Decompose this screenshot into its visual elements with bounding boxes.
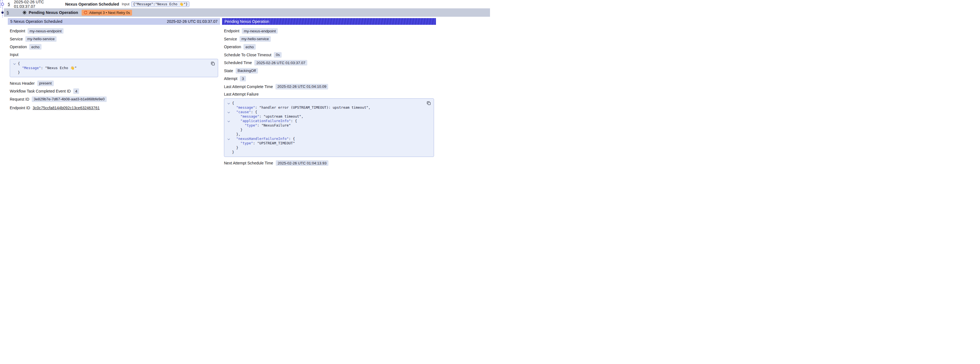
field-label: Last Attempt Complete Time xyxy=(224,85,273,89)
field-label: Endpoint xyxy=(10,29,25,33)
collapse-toggle[interactable] xyxy=(11,61,18,66)
failure-json-block: { "message": "handler error (UPSTREAM_TI… xyxy=(224,98,434,157)
field-row-endpoint: Endpoint my-nexus-endpoint xyxy=(10,27,218,35)
endpoint-id-link[interactable]: 3c0c75ccfa8144b092c13ce632463761 xyxy=(33,105,100,110)
field-row-attempt: Attempt 3 xyxy=(224,75,434,83)
input-json-block: { "Message": "Nexus Echo 👋"} xyxy=(10,59,218,77)
scheduled-event-header: 5 Nexus Operation Scheduled 2025-02-26 U… xyxy=(8,18,220,25)
field-value-chip: present xyxy=(37,81,54,86)
field-label: Nexus Header xyxy=(10,81,35,86)
code-text: "message": "handler error (UPSTREAM_TIME… xyxy=(232,105,371,110)
code-text: } xyxy=(18,70,20,75)
field-value-chip: echo xyxy=(243,44,255,49)
code-text: "Message": "Nexus Echo 👋" xyxy=(18,66,76,70)
scheduled-event-header-time: 2025-02-26 UTC 01:03:37.07 xyxy=(167,19,218,24)
field-row-state: State BackingOff xyxy=(224,67,434,75)
field-label: Attempt xyxy=(224,77,237,81)
field-label: Schedule To Close Timeout xyxy=(224,53,271,57)
pending-asterisk-icon xyxy=(22,10,27,15)
field-row-operation: Operation echo xyxy=(224,43,434,51)
code-text: "applicationFailureInfo": { xyxy=(232,119,297,123)
chevron-down-icon[interactable] xyxy=(228,111,230,113)
code-line: } xyxy=(225,145,423,150)
event-detail-area: 5 Nexus Operation Scheduled 2025-02-26 U… xyxy=(8,18,490,167)
pending-operation-header: Pending Nexus Operation xyxy=(222,18,436,25)
retry-badge-label: Attempt 3 • Next Retry 0s xyxy=(89,11,130,15)
timeline-open-node xyxy=(2,3,4,6)
field-label: Operation xyxy=(10,45,27,49)
field-row-operation: Operation echo xyxy=(10,43,218,51)
field-value-chip: 2025-02-26 UTC 01:03:37.07 xyxy=(255,60,307,65)
field-value-chip: 2025-02-26 UTC 01:04:10.09 xyxy=(275,84,328,89)
chevron-spacer xyxy=(225,132,232,137)
code-text: "message": "upstream timeout", xyxy=(232,114,303,119)
retry-attempt-badge: Attempt 3 • Next Retry 0s xyxy=(82,10,132,16)
collapse-toggle[interactable] xyxy=(225,101,232,105)
code-line: "applicationFailureInfo": { xyxy=(225,119,423,123)
input-section-label: Input xyxy=(10,51,218,58)
code-line: } xyxy=(225,128,423,132)
chevron-spacer xyxy=(225,114,232,119)
field-value-chip: 3 xyxy=(240,76,246,81)
code-text: { xyxy=(232,101,234,105)
chevron-spacer xyxy=(225,145,232,150)
event-timestamp: 2025-02-26 UTC 01:03:37.07 xyxy=(14,0,65,9)
field-label: Scheduled Time xyxy=(224,61,252,65)
copy-icon[interactable] xyxy=(426,101,431,106)
code-line: "nexusHandlerFailureInfo": { xyxy=(225,137,423,141)
copy-icon[interactable] xyxy=(210,61,216,66)
pending-operation-body: Endpoint my-nexus-endpoint Service my-he… xyxy=(222,25,436,167)
code-line: "type": "NexusFailure" xyxy=(225,123,423,128)
field-label: Operation xyxy=(224,45,241,49)
field-label: Request ID xyxy=(10,97,29,101)
json-viewer: { "message": "handler error (UPSTREAM_TI… xyxy=(225,101,423,155)
code-line: }, xyxy=(225,132,423,137)
chevron-spacer xyxy=(225,128,232,132)
chevron-down-icon[interactable] xyxy=(13,62,16,64)
refresh-icon xyxy=(84,11,88,14)
collapse-toggle[interactable] xyxy=(225,110,232,114)
field-value-chip: 4 xyxy=(73,88,80,94)
scheduled-event-panel: 5 Nexus Operation Scheduled 2025-02-26 U… xyxy=(8,18,220,167)
field-value-chip: 2025-02-26 UTC 01:04:13.93 xyxy=(276,160,329,166)
field-row-endpoint-id: Endpoint ID 3c0c75ccfa8144b092c13ce63246… xyxy=(10,103,218,113)
event-row-pending-nexus-operation[interactable]: 5 Pending Nexus Operation Attempt 3 • Ne… xyxy=(4,8,490,17)
collapse-toggle[interactable] xyxy=(225,137,232,141)
event-input-preview: {"Message":"Nexus Echo 👋"} xyxy=(131,2,190,7)
chevron-down-icon[interactable] xyxy=(228,120,230,122)
field-label: Workflow Task Completed Event ID xyxy=(10,89,71,93)
code-text: "type": "UPSTREAM_TIMEOUT" xyxy=(232,141,295,145)
field-label: Service xyxy=(224,37,237,41)
event-id-link[interactable]: 5 xyxy=(7,10,22,15)
field-value-chip: echo xyxy=(29,44,41,49)
field-value-chip: my-hello-service xyxy=(25,36,57,42)
chevron-spacer xyxy=(11,70,18,75)
collapse-toggle[interactable] xyxy=(225,119,232,123)
field-row-schedule-to-close-timeout: Schedule To Close Timeout 0s xyxy=(224,51,434,59)
code-line: "message": "upstream timeout", xyxy=(225,114,423,119)
event-title: Nexus Operation Scheduled xyxy=(65,2,122,6)
field-value-chip: my-nexus-endpoint xyxy=(27,28,64,34)
event-row-nexus-operation-scheduled[interactable]: 5 2025-02-26 UTC 01:03:37.07 Nexus Opera… xyxy=(4,0,490,8)
code-text: } xyxy=(232,145,239,150)
code-line: "cause": { xyxy=(225,110,423,114)
chevron-down-icon[interactable] xyxy=(228,138,230,140)
event-id-link[interactable]: 5 xyxy=(8,2,14,6)
code-line: } xyxy=(11,70,207,75)
field-row-request-id: Request ID 3e829b7e-7d67-4b08-aad3-b1e86… xyxy=(10,95,218,104)
code-line: "type": "UPSTREAM_TIMEOUT" xyxy=(225,141,423,145)
field-label: State xyxy=(224,69,233,73)
event-input-label: Input xyxy=(122,2,129,6)
field-row-next-attempt-schedule-time: Next Attempt Schedule Time 2025-02-26 UT… xyxy=(224,159,434,167)
code-line: "Message": "Nexus Echo 👋" xyxy=(11,66,207,70)
chevron-spacer xyxy=(225,105,232,110)
code-text: }, xyxy=(232,132,240,137)
field-row-endpoint: Endpoint my-nexus-endpoint xyxy=(224,27,434,35)
field-row-workflow-task-completed-event-id: Workflow Task Completed Event ID 4 xyxy=(10,87,218,95)
code-text: "cause": { xyxy=(232,110,257,114)
code-text: "type": "NexusFailure" xyxy=(232,123,291,128)
code-text: } xyxy=(232,150,234,155)
chevron-down-icon[interactable] xyxy=(228,102,230,104)
field-row-service: Service my-hello-service xyxy=(224,35,434,43)
event-timeline-graph xyxy=(0,0,5,19)
